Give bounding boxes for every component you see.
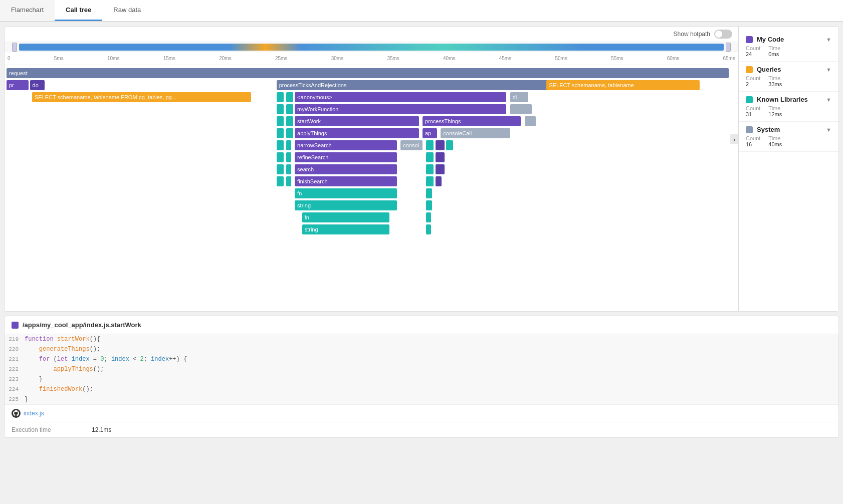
block-applythings[interactable]: applyThings	[295, 128, 419, 138]
block-gray-st[interactable]	[525, 116, 536, 126]
panel-mycode-stats: Count 24 Time 0ms	[746, 43, 831, 57]
code-header: /apps/my_cool_app/index.js.startWork	[5, 316, 838, 334]
panel-mycode-count: Count 24	[746, 45, 760, 57]
block-refinesearch[interactable]: refineSearch	[295, 152, 397, 162]
block-finishsearch[interactable]: finishSearch	[295, 176, 397, 186]
code-line-219: 219 function startWork(){	[5, 334, 838, 344]
flamechart-area: Show hotpath 0 5ms 10ms 15ms 20ms 25ms 3…	[5, 27, 738, 311]
code-footer: index.js	[5, 404, 838, 422]
tab-rawdata[interactable]: Raw data	[102, 0, 152, 21]
block-consolecall[interactable]: consoleCall	[441, 128, 510, 138]
row-fn1: fn	[7, 188, 736, 199]
panel-queries-header[interactable]: Queries ▼	[746, 66, 831, 73]
block-teal23[interactable]	[426, 200, 432, 210]
block-processthings[interactable]: processThings	[423, 116, 521, 126]
block-di[interactable]: di	[510, 92, 528, 102]
block-teal19[interactable]	[277, 176, 284, 186]
code-area: 219 function startWork(){ 220 generateTh…	[5, 334, 838, 404]
right-panel: My Code ▼ Count 24 Time 0ms Queri	[738, 27, 838, 311]
block-gray-mywork[interactable]	[510, 104, 532, 114]
ruler-tick-50: 50ms	[555, 56, 567, 61]
block-teal17[interactable]	[286, 164, 291, 174]
block-string1[interactable]: string	[295, 200, 397, 210]
block-startwork[interactable]: startWork	[295, 116, 419, 126]
panel-queries-chevron: ▼	[826, 67, 831, 73]
block-myworkfunction[interactable]: myWorkFunction	[295, 104, 506, 114]
block-teal8[interactable]	[286, 128, 294, 138]
block-teal12[interactable]	[446, 140, 454, 150]
block-teal18[interactable]	[426, 164, 434, 174]
block-narrowsearch[interactable]: narrowSearch	[295, 140, 397, 150]
block-teal1[interactable]	[277, 92, 284, 102]
block-teal10[interactable]	[286, 140, 291, 150]
block-fn2[interactable]: fn	[302, 212, 390, 222]
block-purple-rs[interactable]	[436, 152, 444, 162]
hotpath-toggle[interactable]	[714, 30, 732, 39]
code-line-220: 220 generateThings();	[5, 344, 838, 354]
mini-handle-left[interactable]	[12, 43, 17, 52]
flame-blocks-container: request pr do processTicksAndRejections …	[5, 65, 738, 238]
block-teal25[interactable]	[426, 224, 431, 234]
code-line-225: 225 }	[5, 394, 838, 404]
panel-section-knownlibs: Known Libraries ▼ Count 31 Time 12ms	[739, 92, 838, 122]
block-teal16[interactable]	[277, 164, 284, 174]
mini-handle-right[interactable]	[726, 43, 731, 52]
panel-knownlibs-title: Known Libraries	[746, 96, 808, 103]
panel-queries-dot	[746, 66, 753, 73]
mini-timeline	[5, 42, 738, 52]
file-link[interactable]: index.js	[12, 409, 44, 418]
panel-knownlibs-header[interactable]: Known Libraries ▼	[746, 96, 831, 103]
panel-system-header[interactable]: System ▼	[746, 126, 831, 133]
block-do[interactable]: do	[30, 80, 45, 90]
block-teal14[interactable]	[286, 152, 291, 162]
block-teal2[interactable]	[286, 92, 294, 102]
block-teal11[interactable]	[426, 140, 434, 150]
block-teal22[interactable]	[426, 188, 432, 198]
block-ap[interactable]: ap	[423, 128, 437, 138]
bottom-panel: /apps/my_cool_app/index.js.startWork 219…	[4, 316, 839, 438]
code-line-221: 221 for (let index = 0; index < 2; index…	[5, 354, 838, 364]
mini-timeline-bar	[19, 44, 723, 51]
block-teal20[interactable]	[286, 176, 291, 186]
ruler-tick-45: 45ms	[499, 56, 511, 61]
row-string1: string	[7, 200, 736, 211]
block-consol[interactable]: consol	[400, 140, 423, 150]
panel-section-mycode: My Code ▼ Count 24 Time 0ms	[739, 32, 838, 62]
tabs-bar: Flamechart Call tree Raw data	[0, 0, 843, 22]
block-string2[interactable]: string	[302, 224, 390, 234]
tab-flamechart[interactable]: Flamechart	[0, 0, 55, 21]
block-teal15[interactable]	[426, 152, 434, 162]
block-teal5[interactable]	[277, 116, 284, 126]
scroll-right-arrow[interactable]: ›	[730, 134, 738, 144]
block-sql1[interactable]: SELECT schemaname, tablename FROM pg_tab…	[32, 92, 251, 102]
block-fn1[interactable]: fn	[295, 188, 397, 198]
block-anonymous[interactable]: <anonymous>	[295, 92, 506, 102]
tab-calltree[interactable]: Call tree	[55, 0, 102, 21]
block-purple-fs[interactable]	[436, 176, 442, 186]
panel-system-chevron: ▼	[826, 127, 831, 133]
ruler-tick-65: 65ms	[723, 56, 735, 61]
panel-mycode-chevron: ▼	[826, 37, 831, 43]
code-file-path: /apps/my_cool_app/index.js.startWork	[23, 321, 141, 329]
panel-mycode-dot	[746, 36, 753, 43]
block-teal7[interactable]	[277, 128, 284, 138]
block-request[interactable]: request	[7, 68, 729, 78]
block-teal24[interactable]	[426, 212, 431, 222]
panel-queries-count: Count 2	[746, 75, 760, 87]
block-search[interactable]: search	[295, 164, 397, 174]
block-teal3[interactable]	[277, 104, 284, 114]
block-teal21[interactable]	[426, 176, 434, 186]
ruler-tick-40: 40ms	[443, 56, 455, 61]
block-teal9[interactable]	[277, 140, 284, 150]
block-purple-ns[interactable]	[436, 140, 444, 150]
block-teal4[interactable]	[286, 104, 294, 114]
row-string2: string	[7, 224, 736, 235]
panel-mycode-header[interactable]: My Code ▼	[746, 36, 831, 43]
block-pr[interactable]: pr	[7, 80, 29, 90]
row-pr-do: pr do processTicksAndRejections SELECT s…	[7, 80, 736, 91]
block-purple-s[interactable]	[436, 164, 444, 174]
block-teal13[interactable]	[277, 152, 284, 162]
block-teal6[interactable]	[286, 116, 294, 126]
panel-mycode-title: My Code	[746, 36, 784, 43]
block-select2[interactable]: SELECT schemaname, tablename	[546, 80, 700, 90]
